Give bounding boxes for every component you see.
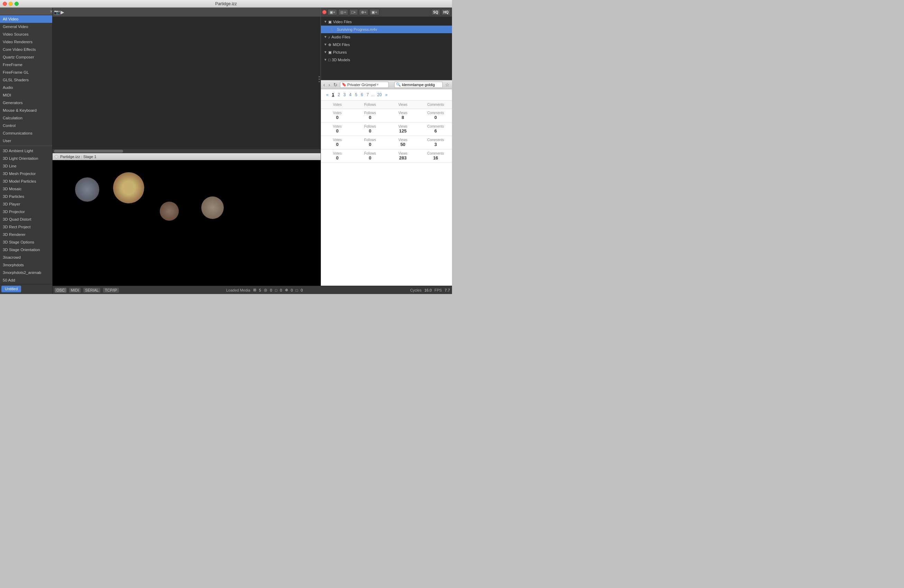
sidebar-item-freeframe[interactable]: FreeFrame — [0, 61, 52, 68]
serial-segment[interactable]: SERIAL — [83, 288, 100, 292]
page-4[interactable]: 4 — [348, 92, 353, 98]
plugin-item[interactable]: 3D Model Particles — [0, 177, 52, 185]
stats-row-3: Votes0 Follows0 Views50 Comments3 — [321, 136, 452, 149]
sidebar-item-general-video[interactable]: General Video — [0, 23, 52, 30]
io-val: 0 — [300, 288, 303, 292]
add-audio-btn[interactable]: ◎+ — [338, 9, 348, 15]
plugin-item[interactable]: 3D Stage Options — [0, 238, 52, 246]
tree-pictures[interactable]: ▼ ▣ Pictures — [321, 48, 452, 56]
media-panel-close[interactable] — [322, 10, 326, 14]
add-box-btn[interactable]: □+ — [349, 9, 358, 15]
maximize-button[interactable] — [14, 2, 19, 6]
reload-button[interactable]: ↻ — [332, 82, 338, 87]
right-area: ▣+ ◎+ □+ ⊕+ ▣+ SQ HQ ▼ ▣ V — [321, 8, 452, 286]
page-next[interactable]: » — [384, 92, 389, 98]
plugin-item[interactable]: 3D Renderer — [0, 231, 52, 238]
cycles-label: Cycles — [410, 288, 422, 292]
page-2[interactable]: 2 — [337, 92, 341, 98]
sidebar-item-control[interactable]: Control — [0, 122, 52, 130]
horizontal-scrollbar[interactable] — [52, 149, 321, 153]
sidebar-item-glsl-shaders[interactable]: GLSL Shaders — [0, 76, 52, 84]
views-3: 50 — [387, 142, 419, 147]
sq-btn[interactable]: SQ — [431, 9, 440, 15]
media-panel: ▣+ ◎+ □+ ⊕+ ▣+ SQ HQ ▼ ▣ V — [321, 8, 452, 80]
search-field[interactable]: 🔍 klemmlampe goldig — [394, 82, 443, 88]
add-pic-btn[interactable]: ▣+ — [369, 9, 379, 15]
sidebar-item-quartz-composer[interactable]: Quartz Composer — [0, 53, 52, 61]
search-bar: × — [0, 8, 52, 15]
page-1[interactable]: 1 — [331, 92, 335, 98]
add-video-btn[interactable]: ▣+ — [327, 9, 337, 15]
page-3[interactable]: 3 — [342, 92, 347, 98]
plugin-item[interactable]: 3D Rect Project — [0, 223, 52, 231]
page-5[interactable]: 5 — [354, 92, 358, 98]
address-bar[interactable]: 🔖 Privater Grümpel ▾ — [340, 82, 388, 88]
plugin-item[interactable]: 3D Particles — [0, 193, 52, 200]
page-6[interactable]: 6 — [360, 92, 364, 98]
add-midi-btn[interactable]: ⊕+ — [359, 9, 368, 15]
stats-row-1: Votes0 Follows0 Views8 Comments0 — [321, 109, 452, 122]
tree-file-surviving[interactable]: 1 Surviving Progress.m4v — [321, 25, 452, 33]
tree-midi-files[interactable]: ▼ ⊕ MIDI Files — [321, 41, 452, 48]
camera-icon[interactable]: 📷 — [54, 9, 60, 15]
page-prev[interactable]: « — [325, 92, 330, 98]
stage-circle-3 — [160, 202, 179, 221]
resize-handle[interactable] — [319, 76, 320, 82]
sidebar-item-core-video-effects[interactable]: Core Video Effects — [0, 46, 52, 53]
search-input[interactable] — [2, 9, 49, 14]
close-button[interactable] — [3, 2, 7, 6]
tree-3d-models[interactable]: ▼ □ 3D Models — [321, 56, 452, 64]
untitled-tab[interactable]: Untitled — [2, 286, 21, 292]
page-ellipsis: ... — [371, 92, 375, 97]
sidebar-item-all-video[interactable]: All Video — [0, 15, 52, 23]
plugin-3d-mesh-projector[interactable]: 3D Mesh Projector — [0, 170, 52, 177]
net-val: 0 — [291, 288, 293, 292]
plugin-item[interactable]: 3morphdots2_animab — [0, 269, 52, 277]
plugin-item[interactable]: 3morphdots — [0, 261, 52, 269]
hq-btn[interactable]: HQ — [441, 9, 450, 15]
plugin-item[interactable]: 3D Projector — [0, 208, 52, 215]
votes-4: 0 — [321, 155, 354, 161]
minimize-button[interactable] — [9, 2, 13, 6]
window-controls — [3, 2, 19, 6]
col-follows: Follows — [354, 103, 387, 106]
sidebar-item-audio[interactable]: Audio — [0, 84, 52, 91]
plugin-item[interactable]: 50 Add — [0, 277, 52, 284]
stage-close-button[interactable] — [55, 155, 58, 158]
preview-toolbar: 📷 ▶ — [52, 8, 321, 17]
views-1: 8 — [387, 115, 419, 120]
page-7[interactable]: 7 — [365, 92, 370, 98]
sidebar-item-user[interactable]: User — [0, 137, 52, 145]
votes-3: 0 — [321, 142, 354, 147]
page-20[interactable]: 20 — [376, 92, 383, 98]
sidebar-item-communications[interactable]: Communications — [0, 130, 52, 137]
forward-button[interactable]: › — [327, 82, 331, 87]
tcpip-segment[interactable]: TCP/IP — [103, 288, 119, 292]
back-button[interactable]: ‹ — [322, 82, 326, 87]
sidebar-item-mouse-keyboard[interactable]: Mouse & Keyboard — [0, 106, 52, 114]
play-icon[interactable]: ▶ — [60, 9, 64, 15]
sidebar-item-midi[interactable]: MIDI — [0, 91, 52, 99]
bookmark-button[interactable]: ☆ — [444, 82, 450, 87]
plugin-item[interactable]: 3D Stage Orientation — [0, 246, 52, 253]
plugin-item[interactable]: 3D Ambient Light — [0, 147, 52, 155]
osc-segment[interactable]: OSC — [55, 288, 66, 292]
plugin-item[interactable]: 3D Quad Distort — [0, 215, 52, 223]
tree-audio-files[interactable]: ▼ ♪ Audio Files — [321, 33, 452, 41]
plugin-item[interactable]: 3D Light Orientation — [0, 155, 52, 162]
browser-content: « 1 2 3 4 5 6 7 ... 20 » — [321, 89, 452, 286]
stage-canvas — [52, 160, 321, 286]
sidebar-item-video-renderers[interactable]: Video Renderers — [0, 38, 52, 46]
plugin-item[interactable]: 3isacrowd — [0, 253, 52, 261]
midi-segment[interactable]: MIDI — [69, 288, 81, 292]
close-icon[interactable]: × — [50, 9, 52, 14]
sidebar-item-freeframe-gl[interactable]: FreeFrame GL — [0, 68, 52, 76]
tree-video-files[interactable]: ▼ ▣ Video Files — [321, 18, 452, 25]
scrollbar-thumb[interactable] — [54, 150, 123, 153]
sidebar-item-calculation[interactable]: Calculation — [0, 114, 52, 122]
sidebar-item-generators[interactable]: Generators — [0, 99, 52, 106]
sidebar-item-video-sources[interactable]: Video Sources — [0, 30, 52, 38]
plugin-item[interactable]: 3D Player — [0, 200, 52, 208]
plugin-item[interactable]: 3D Line — [0, 162, 52, 170]
plugin-item[interactable]: 3D Mosaic — [0, 185, 52, 193]
